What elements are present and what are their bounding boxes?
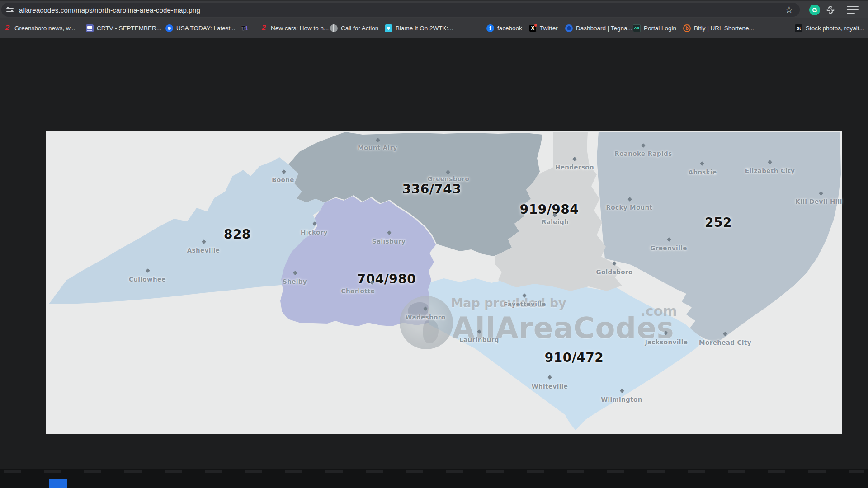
bookmark-item[interactable]: 2New cars: How to n... bbox=[260, 23, 329, 33]
city-label: Boone bbox=[272, 176, 294, 183]
city-label: Raleigh bbox=[542, 218, 569, 225]
url-text[interactable]: allareacodes.com/maps/north-carolina-are… bbox=[19, 6, 200, 14]
city-label: Roanoke Rapids bbox=[614, 150, 672, 157]
area-code-label: 336/743 bbox=[402, 182, 462, 197]
cyan-favicon-icon bbox=[385, 24, 392, 32]
globe-favicon-icon bbox=[330, 24, 338, 32]
red2-favicon-icon: 2 bbox=[4, 24, 11, 32]
bottom-bar-dashes bbox=[4, 470, 864, 473]
bookmark-item[interactable]: ffacebook bbox=[486, 23, 522, 33]
x-favicon-icon: X bbox=[529, 24, 537, 32]
city-label: Elizabeth City bbox=[745, 167, 795, 174]
city-label: Morehead City bbox=[699, 339, 751, 346]
bookmark-item[interactable]: Dashboard | Tegna... bbox=[565, 23, 632, 33]
bookmark-item[interactable]: T1 bbox=[241, 23, 249, 33]
area-code-label: 828 bbox=[224, 227, 251, 242]
tegna-favicon-icon bbox=[565, 24, 573, 32]
bookmark-label: Greensboro news, w... bbox=[14, 25, 75, 32]
area-code-label: 704/980 bbox=[357, 272, 416, 286]
bookmarks-bar: 2Greensboro news, w...CRTV - SEPTEMBER..… bbox=[0, 18, 868, 38]
city-label: Shelby bbox=[283, 278, 307, 285]
city-label: Wilmington bbox=[601, 396, 642, 403]
city-label: Whiteville bbox=[532, 383, 568, 390]
bookmark-label: USA TODAY: Latest... bbox=[176, 25, 236, 32]
bookmark-item[interactable]: XTwitter bbox=[529, 23, 558, 33]
bookmark-star-icon[interactable]: ☆ bbox=[785, 5, 793, 15]
city-label: Mount Airy bbox=[358, 144, 397, 151]
city-label: Jacksonville bbox=[645, 338, 688, 346]
bookmark-label: Bitly | URL Shortene... bbox=[694, 25, 754, 32]
bookmark-item[interactable]: 2Greensboro news, w... bbox=[4, 23, 75, 33]
tv-favicon-icon bbox=[86, 24, 94, 32]
bookmark-label: Blame It On 2WTK:... bbox=[396, 25, 453, 32]
bitly-favicon-icon: b bbox=[683, 24, 691, 32]
site-settings-icon[interactable] bbox=[6, 6, 14, 13]
city-label: Asheville bbox=[187, 247, 220, 254]
bookmark-item[interactable]: USA TODAY: Latest... bbox=[165, 23, 236, 33]
watermark-tld: .com bbox=[640, 303, 677, 319]
bookmark-label: Dashboard | Tegna... bbox=[576, 25, 632, 32]
bookmark-item[interactable]: Blame It On 2WTK:... bbox=[385, 23, 453, 33]
bookmark-label: Stock photos, royalt... bbox=[806, 25, 864, 32]
city-label: Fayetteville bbox=[504, 300, 546, 308]
bookmark-item[interactable]: bBitly | URL Shortene... bbox=[683, 23, 754, 33]
bookmark-label: facebook bbox=[497, 25, 522, 32]
bookmark-label: New cars: How to n... bbox=[271, 25, 329, 32]
grammarly-extension-icon[interactable]: G bbox=[809, 5, 820, 15]
city-label: Cullowhee bbox=[129, 276, 166, 283]
bookmark-label: Twitter bbox=[540, 25, 558, 32]
area-code-label: 919/984 bbox=[520, 202, 579, 217]
bookmark-item[interactable]: StStock photos, royalt... bbox=[795, 23, 864, 33]
browser-menu-icon[interactable] bbox=[847, 5, 859, 14]
bottom-bar bbox=[0, 469, 868, 488]
toolbar-divider bbox=[841, 5, 841, 14]
bookmark-label: Portal Login bbox=[644, 25, 676, 32]
city-label: Rocky Mount bbox=[606, 204, 653, 211]
city-label: Salisbury bbox=[372, 238, 406, 245]
taskbar-blue-tile[interactable] bbox=[49, 479, 67, 488]
city-label: Charlotte bbox=[341, 287, 375, 295]
area-code-label: 910/472 bbox=[545, 350, 604, 365]
t1-favicon-icon: T1 bbox=[241, 24, 249, 32]
city-label: Hickory bbox=[301, 229, 328, 236]
ax-favicon-icon: ΛX bbox=[633, 24, 641, 32]
fb-favicon-icon: f bbox=[486, 24, 494, 32]
city-label: Greenville bbox=[650, 244, 687, 252]
city-label: Ahoskie bbox=[689, 169, 717, 176]
city-label: Goldsboro bbox=[596, 268, 632, 276]
city-label: Greensboro bbox=[428, 175, 470, 183]
city-label: Laurinburg bbox=[459, 336, 499, 343]
bookmark-label: CRTV - SEPTEMBER... bbox=[97, 25, 161, 32]
bookmark-item[interactable]: ΛXPortal Login bbox=[633, 23, 676, 33]
address-bar[interactable]: allareacodes.com/maps/north-carolina-are… bbox=[1, 3, 800, 17]
st-favicon-icon: St bbox=[795, 24, 802, 32]
page-content: Map provided by AllAreaCodes .com 252910… bbox=[0, 38, 868, 469]
area-code-map-image: Map provided by AllAreaCodes .com 252910… bbox=[46, 131, 842, 434]
bookmark-label: Call for Action bbox=[341, 25, 378, 32]
usatoday-favicon-icon bbox=[165, 24, 173, 32]
watermark-globe-icon bbox=[400, 296, 453, 349]
extensions-puzzle-icon[interactable] bbox=[826, 5, 835, 15]
city-label: Kill Devil Hill bbox=[795, 198, 842, 205]
bookmark-item[interactable]: CRTV - SEPTEMBER... bbox=[86, 23, 161, 33]
red2-favicon-icon: 2 bbox=[260, 24, 268, 32]
city-label: Wadesboro bbox=[406, 314, 446, 321]
browser-toolbar: allareacodes.com/maps/north-carolina-are… bbox=[0, 0, 868, 18]
area-code-label: 252 bbox=[705, 215, 732, 230]
bookmark-item[interactable]: Call for Action bbox=[330, 23, 378, 33]
city-label: Henderson bbox=[555, 164, 594, 171]
